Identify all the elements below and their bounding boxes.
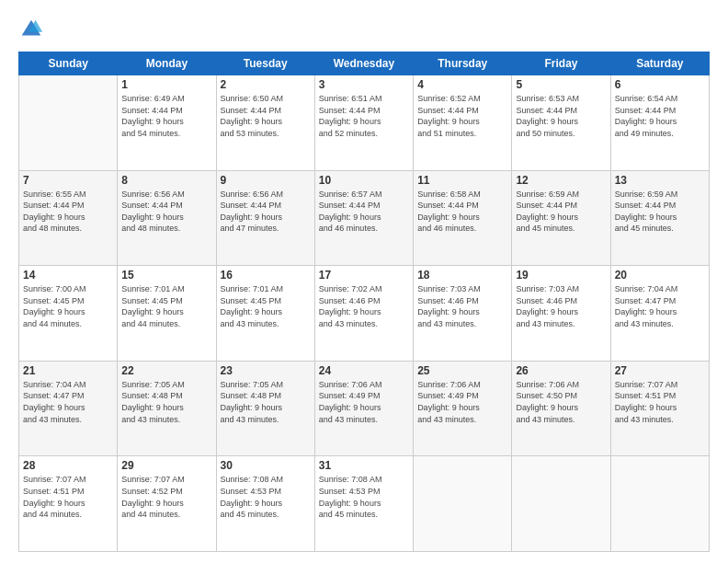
day-number: 14 [23, 269, 113, 282]
day-info: Sunrise: 7:06 AM Sunset: 4:50 PM Dayligh… [516, 379, 606, 425]
day-number: 3 [319, 78, 409, 91]
calendar-cell: 15Sunrise: 7:01 AM Sunset: 4:45 PM Dayli… [118, 266, 216, 362]
calendar-cell: 14Sunrise: 7:00 AM Sunset: 4:45 PM Dayli… [19, 266, 118, 362]
weekday-header-friday: Friday [512, 52, 610, 75]
day-number: 25 [417, 364, 507, 377]
calendar-cell: 10Sunrise: 6:57 AM Sunset: 4:44 PM Dayli… [314, 170, 413, 266]
day-number: 15 [121, 269, 211, 282]
day-info: Sunrise: 6:52 AM Sunset: 4:44 PM Dayligh… [417, 93, 507, 139]
calendar-week-row: 7Sunrise: 6:55 AM Sunset: 4:44 PM Daylig… [19, 170, 710, 266]
day-number: 13 [615, 174, 705, 187]
day-number: 28 [23, 459, 113, 472]
day-number: 11 [417, 174, 507, 187]
day-info: Sunrise: 6:59 AM Sunset: 4:44 PM Dayligh… [516, 189, 606, 235]
calendar-cell: 16Sunrise: 7:01 AM Sunset: 4:45 PM Dayli… [216, 266, 314, 362]
calendar-cell: 9Sunrise: 6:56 AM Sunset: 4:44 PM Daylig… [216, 170, 314, 266]
day-number: 5 [516, 78, 606, 91]
day-number: 27 [615, 364, 705, 377]
day-info: Sunrise: 7:06 AM Sunset: 4:49 PM Dayligh… [417, 379, 507, 425]
weekday-header-thursday: Thursday [414, 52, 512, 75]
day-number: 4 [417, 78, 507, 91]
day-number: 26 [516, 364, 606, 377]
calendar-cell: 20Sunrise: 7:04 AM Sunset: 4:47 PM Dayli… [610, 266, 709, 362]
calendar-cell: 4Sunrise: 6:52 AM Sunset: 4:44 PM Daylig… [414, 75, 512, 171]
calendar-cell: 7Sunrise: 6:55 AM Sunset: 4:44 PM Daylig… [19, 170, 118, 266]
calendar-cell: 26Sunrise: 7:06 AM Sunset: 4:50 PM Dayli… [512, 361, 610, 456]
calendar-week-row: 1Sunrise: 6:49 AM Sunset: 4:44 PM Daylig… [19, 75, 710, 171]
day-info: Sunrise: 7:07 AM Sunset: 4:51 PM Dayligh… [23, 474, 113, 520]
day-info: Sunrise: 7:05 AM Sunset: 4:48 PM Dayligh… [221, 379, 311, 425]
day-info: Sunrise: 7:06 AM Sunset: 4:49 PM Dayligh… [319, 379, 409, 425]
logo [18, 17, 48, 42]
calendar-week-row: 28Sunrise: 7:07 AM Sunset: 4:51 PM Dayli… [19, 456, 710, 552]
calendar-cell: 27Sunrise: 7:07 AM Sunset: 4:51 PM Dayli… [610, 361, 709, 456]
day-info: Sunrise: 6:57 AM Sunset: 4:44 PM Dayligh… [319, 189, 409, 235]
calendar-cell: 18Sunrise: 7:03 AM Sunset: 4:46 PM Dayli… [414, 266, 512, 362]
day-info: Sunrise: 7:07 AM Sunset: 4:52 PM Dayligh… [121, 474, 211, 520]
calendar-cell [512, 456, 610, 552]
day-info: Sunrise: 6:56 AM Sunset: 4:44 PM Dayligh… [221, 189, 311, 235]
day-number: 21 [23, 364, 113, 377]
day-number: 17 [319, 269, 409, 282]
calendar-table: SundayMondayTuesdayWednesdayThursdayFrid… [18, 52, 710, 552]
calendar-cell: 28Sunrise: 7:07 AM Sunset: 4:51 PM Dayli… [19, 456, 118, 552]
day-info: Sunrise: 7:02 AM Sunset: 4:46 PM Dayligh… [319, 283, 409, 329]
day-number: 12 [516, 174, 606, 187]
day-info: Sunrise: 7:03 AM Sunset: 4:46 PM Dayligh… [516, 283, 606, 329]
calendar-cell [610, 456, 709, 552]
calendar-cell: 29Sunrise: 7:07 AM Sunset: 4:52 PM Dayli… [118, 456, 216, 552]
day-number: 30 [221, 459, 311, 472]
calendar-cell: 31Sunrise: 7:08 AM Sunset: 4:53 PM Dayli… [314, 456, 413, 552]
day-number: 10 [319, 174, 409, 187]
day-info: Sunrise: 6:49 AM Sunset: 4:44 PM Dayligh… [121, 93, 211, 139]
day-number: 7 [23, 174, 113, 187]
calendar-cell: 3Sunrise: 6:51 AM Sunset: 4:44 PM Daylig… [314, 75, 413, 171]
day-number: 6 [615, 78, 705, 91]
calendar-cell: 2Sunrise: 6:50 AM Sunset: 4:44 PM Daylig… [216, 75, 314, 171]
calendar-week-row: 21Sunrise: 7:04 AM Sunset: 4:47 PM Dayli… [19, 361, 710, 456]
day-number: 23 [221, 364, 311, 377]
calendar-cell: 17Sunrise: 7:02 AM Sunset: 4:46 PM Dayli… [314, 266, 413, 362]
day-info: Sunrise: 6:54 AM Sunset: 4:44 PM Dayligh… [615, 93, 705, 139]
weekday-header-tuesday: Tuesday [216, 52, 314, 75]
day-info: Sunrise: 6:58 AM Sunset: 4:44 PM Dayligh… [417, 189, 507, 235]
calendar-cell: 24Sunrise: 7:06 AM Sunset: 4:49 PM Dayli… [314, 361, 413, 456]
day-info: Sunrise: 7:05 AM Sunset: 4:48 PM Dayligh… [121, 379, 211, 425]
day-number: 31 [319, 459, 409, 472]
day-info: Sunrise: 7:01 AM Sunset: 4:45 PM Dayligh… [121, 283, 211, 329]
calendar-week-row: 14Sunrise: 7:00 AM Sunset: 4:45 PM Dayli… [19, 266, 710, 362]
day-info: Sunrise: 7:04 AM Sunset: 4:47 PM Dayligh… [615, 283, 705, 329]
day-number: 8 [121, 174, 211, 187]
day-info: Sunrise: 7:04 AM Sunset: 4:47 PM Dayligh… [23, 379, 113, 425]
day-info: Sunrise: 6:55 AM Sunset: 4:44 PM Dayligh… [23, 189, 113, 235]
day-info: Sunrise: 7:03 AM Sunset: 4:46 PM Dayligh… [417, 283, 507, 329]
day-info: Sunrise: 6:51 AM Sunset: 4:44 PM Dayligh… [319, 93, 409, 139]
calendar-cell: 1Sunrise: 6:49 AM Sunset: 4:44 PM Daylig… [118, 75, 216, 171]
day-number: 19 [516, 269, 606, 282]
calendar-cell [19, 75, 118, 171]
calendar-cell: 13Sunrise: 6:59 AM Sunset: 4:44 PM Dayli… [610, 170, 709, 266]
day-info: Sunrise: 6:50 AM Sunset: 4:44 PM Dayligh… [221, 93, 311, 139]
day-info: Sunrise: 7:08 AM Sunset: 4:53 PM Dayligh… [221, 474, 311, 520]
weekday-header-saturday: Saturday [610, 52, 709, 75]
calendar-cell: 22Sunrise: 7:05 AM Sunset: 4:48 PM Dayli… [118, 361, 216, 456]
calendar-cell: 5Sunrise: 6:53 AM Sunset: 4:44 PM Daylig… [512, 75, 610, 171]
day-info: Sunrise: 7:01 AM Sunset: 4:45 PM Dayligh… [221, 283, 311, 329]
day-info: Sunrise: 6:59 AM Sunset: 4:44 PM Dayligh… [615, 189, 705, 235]
calendar-cell: 21Sunrise: 7:04 AM Sunset: 4:47 PM Dayli… [19, 361, 118, 456]
day-number: 9 [221, 174, 311, 187]
page-header [18, 17, 710, 42]
day-number: 18 [417, 269, 507, 282]
calendar-cell: 8Sunrise: 6:56 AM Sunset: 4:44 PM Daylig… [118, 170, 216, 266]
calendar-cell: 30Sunrise: 7:08 AM Sunset: 4:53 PM Dayli… [216, 456, 314, 552]
day-number: 22 [121, 364, 211, 377]
day-number: 29 [121, 459, 211, 472]
day-number: 1 [121, 78, 211, 91]
calendar-cell: 23Sunrise: 7:05 AM Sunset: 4:48 PM Dayli… [216, 361, 314, 456]
calendar-cell: 12Sunrise: 6:59 AM Sunset: 4:44 PM Dayli… [512, 170, 610, 266]
day-number: 2 [221, 78, 311, 91]
calendar-cell: 25Sunrise: 7:06 AM Sunset: 4:49 PM Dayli… [414, 361, 512, 456]
weekday-header-wednesday: Wednesday [314, 52, 413, 75]
weekday-header-row: SundayMondayTuesdayWednesdayThursdayFrid… [19, 52, 710, 75]
weekday-header-monday: Monday [118, 52, 216, 75]
